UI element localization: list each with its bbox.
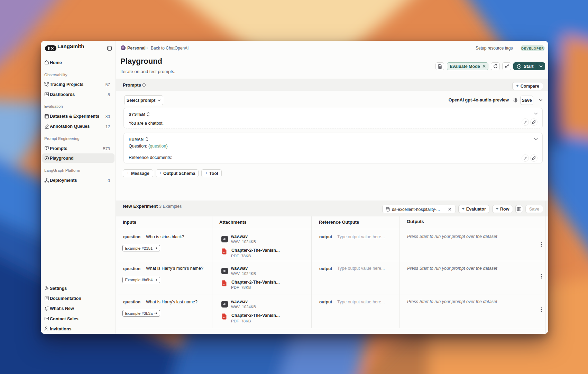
- svg-text:PDF: PDF: [223, 284, 225, 285]
- svg-text:PDF: PDF: [223, 252, 225, 253]
- svg-text:PDF: PDF: [223, 317, 225, 319]
